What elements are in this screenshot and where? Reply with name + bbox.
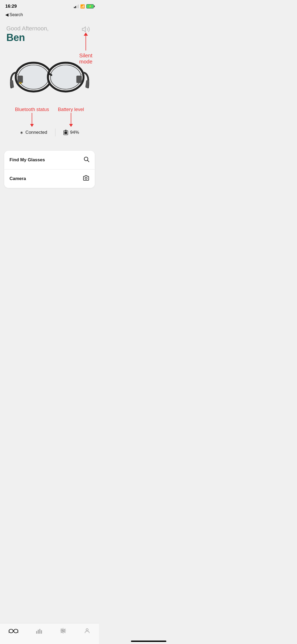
greeting-text: Good Afternoon, Ben — [6, 25, 82, 43]
battery-annotation: Battery level — [58, 107, 84, 125]
connection-status: Connected — [25, 130, 47, 135]
find-glasses-card[interactable]: Find My Glasses — [4, 151, 95, 169]
svg-point-10 — [81, 74, 83, 75]
camera-label: Camera — [10, 176, 26, 181]
svg-rect-8 — [76, 76, 82, 83]
battery-status-item: 94% — [55, 130, 87, 135]
battery-annotation-label: Battery level — [58, 107, 84, 112]
status-icons: 📶 ⚡ — [74, 4, 94, 8]
bluetooth-icon: ∗ — [20, 130, 23, 135]
annotation-row: Bluetooth status Battery level — [0, 107, 99, 125]
wifi-icon: 📶 — [80, 4, 85, 8]
battery-icon: ⚡ — [86, 4, 94, 8]
svg-rect-12 — [21, 82, 21, 84]
bluetooth-annotation-label: Bluetooth status — [15, 107, 49, 112]
battery-percent: 94% — [70, 130, 79, 135]
back-label: Search — [10, 12, 23, 17]
battery-arrow-icon — [71, 113, 71, 125]
device-status-row: ∗ Connected 94% — [0, 125, 99, 140]
svg-point-18 — [85, 177, 87, 179]
svg-marker-0 — [82, 27, 86, 32]
battery-status-icon — [63, 130, 68, 135]
camera-card[interactable]: Camera — [4, 169, 95, 188]
find-glasses-label: Find My Glasses — [10, 157, 45, 163]
svg-line-17 — [88, 160, 89, 162]
search-icon — [83, 156, 89, 164]
bluetooth-arrow-icon — [32, 113, 32, 125]
glasses-image — [10, 54, 89, 96]
greeting-section: Good Afternoon, Ben Silent mode — [0, 20, 99, 46]
signal-bars-icon — [74, 4, 79, 8]
svg-rect-15 — [65, 130, 67, 131]
bluetooth-annotation: Bluetooth status — [15, 107, 49, 125]
status-section: Bluetooth status Battery level ∗ Connect… — [0, 104, 99, 148]
back-arrow-icon: ◀ — [5, 12, 8, 17]
status-bar: 16:29 📶 ⚡ — [0, 0, 99, 11]
svg-rect-11 — [19, 82, 20, 84]
silent-mode-label: Silent mode — [79, 53, 92, 65]
svg-rect-7 — [17, 76, 23, 83]
svg-point-9 — [16, 74, 18, 75]
status-time: 16:29 — [5, 4, 17, 9]
bluetooth-status-item: ∗ Connected — [12, 130, 55, 135]
silent-mode-arrow — [86, 35, 86, 50]
greeting-label: Good Afternoon, — [6, 25, 82, 32]
greeting-name: Ben — [6, 32, 82, 43]
nav-bar: ◀ Search — [0, 11, 99, 20]
camera-icon — [83, 175, 89, 183]
action-cards: Find My Glasses Camera — [4, 151, 95, 188]
back-button[interactable]: ◀ Search — [5, 12, 94, 17]
svg-rect-14 — [64, 131, 67, 134]
